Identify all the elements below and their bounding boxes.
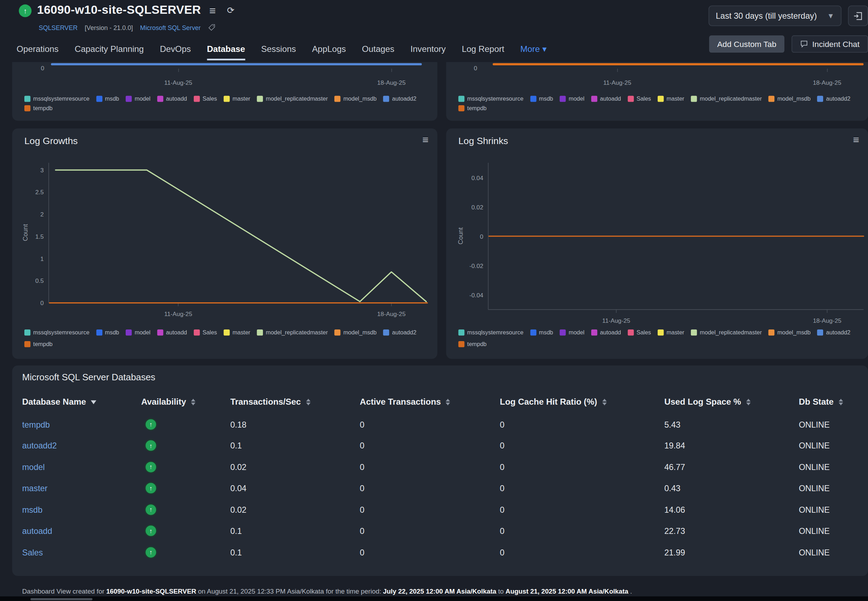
tag-icon[interactable] xyxy=(208,24,215,31)
log-growths-plot[interactable]: 11-Aug-2518-Aug-2532.521.510.50 xyxy=(49,163,428,303)
availability-up-icon[interactable]: ↑ xyxy=(145,419,156,430)
legend-item-model_replicatedmaster[interactable]: model_replicatedmaster xyxy=(257,95,328,102)
legend-swatch xyxy=(817,96,823,102)
y-tick-label: 0 xyxy=(480,233,483,239)
legend-item-msdb[interactable]: msdb xyxy=(530,329,553,336)
horizontal-scrollbar-thumb[interactable] xyxy=(30,598,93,600)
legend-item-mssqlsystemresource[interactable]: mssqlsystemresource xyxy=(24,329,89,336)
availability-up-icon[interactable]: ↑ xyxy=(145,526,156,536)
chart-menu-icon[interactable]: ≡ xyxy=(422,134,428,146)
legend-item-Sales[interactable]: Sales xyxy=(194,329,217,336)
availability-up-icon[interactable]: ↑ xyxy=(145,504,156,515)
db-name-link[interactable]: master xyxy=(22,484,48,493)
legend-item-model[interactable]: model xyxy=(560,329,585,336)
log-shrinks-plot[interactable]: 11-Aug-2518-Aug-250.040.020-0.02-0.04 xyxy=(488,163,863,310)
legend-item-autoadd2[interactable]: autoadd2 xyxy=(383,329,417,336)
tab-database[interactable]: Database xyxy=(207,44,245,60)
tab-inventory[interactable]: Inventory xyxy=(411,44,446,60)
availability-up-icon[interactable]: ↑ xyxy=(145,547,156,558)
col-active-transactions[interactable]: Active Transactions xyxy=(360,397,500,407)
availability-up-icon[interactable]: ↑ xyxy=(145,440,156,451)
db-name-link[interactable]: Sales xyxy=(22,548,43,557)
tab-devops[interactable]: DevOps xyxy=(160,44,191,60)
legend-item-autoadd[interactable]: autoadd xyxy=(157,329,187,336)
legend-item-msdb[interactable]: msdb xyxy=(530,95,553,102)
legend-item-master[interactable]: master xyxy=(658,95,684,102)
db-name-link[interactable]: model xyxy=(22,462,45,472)
legend-item-autoadd2[interactable]: autoadd2 xyxy=(383,95,417,102)
legend-item-autoadd2[interactable]: autoadd2 xyxy=(817,329,850,336)
legend-item-tempdb[interactable]: tempdb xyxy=(458,340,487,348)
cell-log-cache-hit-ratio: 0 xyxy=(500,548,664,557)
legend-item-autoadd[interactable]: autoadd xyxy=(591,95,621,102)
chart-menu-icon[interactable]: ≡ xyxy=(853,134,859,146)
legend-item-model_msdb[interactable]: model_msdb xyxy=(335,329,377,336)
db-name-link[interactable]: msdb xyxy=(22,505,43,514)
legend-item-master[interactable]: master xyxy=(658,329,684,336)
legend-item-model_replicatedmaster[interactable]: model_replicatedmaster xyxy=(691,95,762,102)
legend-item-mssqlsystemresource[interactable]: mssqlsystemresource xyxy=(24,95,89,102)
col-db-state[interactable]: Db State xyxy=(799,397,857,407)
availability-up-icon[interactable]: ↑ xyxy=(145,483,156,494)
table-row: msdb↑0.020014.06ONLINE xyxy=(22,499,857,520)
db-name-link[interactable]: autoadd xyxy=(22,526,52,536)
refresh-icon[interactable]: ⟳ xyxy=(227,5,235,15)
tab-more[interactable]: More ▾ xyxy=(520,44,547,60)
tab-applogs[interactable]: AppLogs xyxy=(312,44,346,60)
add-custom-tab-button[interactable]: Add Custom Tab xyxy=(709,35,784,53)
legend-item-autoadd2[interactable]: autoadd2 xyxy=(817,95,850,102)
legend-item-model_msdb[interactable]: model_msdb xyxy=(769,329,810,336)
y-tick-label: 0.04 xyxy=(471,174,483,181)
legend-swatch xyxy=(691,96,697,102)
legend-item-autoadd[interactable]: autoadd xyxy=(591,329,621,336)
legend-item-model_msdb[interactable]: model_msdb xyxy=(335,95,377,102)
tab-sessions[interactable]: Sessions xyxy=(261,44,296,60)
cell-database-name: Sales xyxy=(22,548,141,557)
monitor-type-link[interactable]: SQLSERVER xyxy=(39,24,78,31)
col-log-cache-hit-ratio[interactable]: Log Cache Hit Ratio (%) xyxy=(500,397,664,407)
legend-item-tempdb[interactable]: tempdb xyxy=(24,105,53,111)
db-name-link[interactable]: autoadd2 xyxy=(22,441,57,451)
legend-item-master[interactable]: master xyxy=(224,329,250,336)
legend-item-model[interactable]: model xyxy=(126,329,150,336)
col-transactions-per-sec[interactable]: Transactions/Sec xyxy=(230,397,360,407)
cell-active-transactions: 0 xyxy=(360,484,500,493)
cell-active-transactions: 0 xyxy=(360,505,500,514)
db-name-link[interactable]: tempdb xyxy=(22,419,50,429)
col-availability[interactable]: Availability xyxy=(141,397,230,407)
legend-item-tempdb[interactable]: tempdb xyxy=(24,340,53,348)
col-used-log-space[interactable]: Used Log Space % xyxy=(664,397,799,407)
popout-icon xyxy=(853,11,863,21)
legend-item-Sales[interactable]: Sales xyxy=(627,95,651,102)
table-body: tempdb↑0.18005.43ONLINEautoadd2↑0.10019.… xyxy=(22,413,857,563)
legend-item-model[interactable]: model xyxy=(560,95,585,102)
monitor-actions-menu-icon[interactable]: ≡ xyxy=(209,5,216,17)
server-type-link[interactable]: Microsoft SQL Server xyxy=(140,24,201,31)
cell-transactions-per-sec: 0.04 xyxy=(230,484,360,493)
legend-item-msdb[interactable]: msdb xyxy=(96,329,119,336)
availability-up-icon[interactable]: ↑ xyxy=(145,462,156,473)
legend-item-model_replicatedmaster[interactable]: model_replicatedmaster xyxy=(257,329,328,336)
popout-button[interactable] xyxy=(848,6,868,26)
legend-item-Sales[interactable]: Sales xyxy=(194,95,217,102)
col-database-name[interactable]: Database Name xyxy=(22,397,141,407)
legend-item-tempdb[interactable]: tempdb xyxy=(458,105,487,111)
legend-item-mssqlsystemresource[interactable]: mssqlsystemresource xyxy=(458,95,524,102)
incident-chat-button[interactable]: Incident Chat xyxy=(792,35,868,53)
legend-item-master[interactable]: master xyxy=(224,95,250,102)
time-range-select[interactable]: Last 30 days (till yesterday) ▼ xyxy=(708,6,841,26)
tab-operations[interactable]: Operations xyxy=(17,44,59,60)
cell-used-log-space: 19.84 xyxy=(664,441,799,451)
cell-log-cache-hit-ratio: 0 xyxy=(500,505,664,514)
legend-item-msdb[interactable]: msdb xyxy=(96,95,119,102)
cell-availability: ↑ xyxy=(141,504,230,515)
tab-outages[interactable]: Outages xyxy=(362,44,394,60)
legend-item-model_msdb[interactable]: model_msdb xyxy=(769,95,810,102)
legend-item-autoadd[interactable]: autoadd xyxy=(157,95,187,102)
legend-item-model_replicatedmaster[interactable]: model_replicatedmaster xyxy=(691,329,762,336)
legend-item-Sales[interactable]: Sales xyxy=(627,329,651,336)
tab-capacity-planning[interactable]: Capacity Planning xyxy=(75,44,144,60)
legend-item-model[interactable]: model xyxy=(126,95,150,102)
tab-log-report[interactable]: Log Report xyxy=(462,44,504,60)
legend-item-mssqlsystemresource[interactable]: mssqlsystemresource xyxy=(458,329,524,336)
